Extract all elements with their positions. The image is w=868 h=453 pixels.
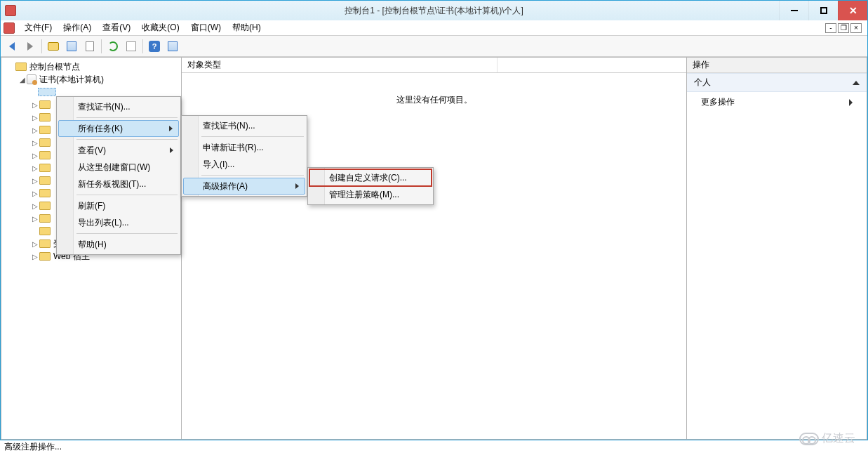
refresh-icon (108, 41, 118, 51)
ctx1-find-cert[interactable]: 查找证书(N)... (58, 98, 179, 115)
ctx1-help[interactable]: 帮助(H) (58, 236, 179, 253)
folder-icon (39, 189, 51, 197)
tree-certificates[interactable]: ◢证书(本地计算机) (3, 73, 180, 86)
menu-separator (201, 136, 304, 137)
ctx2-request-new[interactable]: 申请新证书(R)... (183, 139, 305, 156)
toolbar-separator (41, 39, 42, 53)
actions-header: 操作 (687, 58, 867, 73)
up-button[interactable] (45, 38, 62, 55)
tree-root[interactable]: 控制台根节点 (3, 60, 180, 73)
twisty-icon: ▷ (31, 126, 39, 134)
menu-help[interactable]: 帮助(H) (227, 20, 267, 35)
ctx1-new-taskpad[interactable]: 新任务板视图(T)... (58, 176, 179, 192)
twisty-icon: ▷ (31, 215, 39, 223)
folder-up-icon (48, 42, 59, 51)
menu-separator (76, 139, 178, 140)
minimize-button[interactable] (779, 1, 808, 20)
actions-section-label: 个人 (694, 77, 711, 88)
close-button[interactable]: ✕ (838, 1, 867, 20)
context-menu-1: 查找证书(N)... 所有任务(K) 查看(V) 从这里创建窗口(W) 新任务板… (56, 96, 181, 255)
twisty-icon: ▷ (31, 240, 39, 248)
ctx1-from-here[interactable]: 从这里创建窗口(W) (58, 159, 179, 176)
titlebar: 控制台1 - [控制台根节点\证书(本地计算机)\个人] ✕ (1, 1, 867, 20)
folder-icon (39, 138, 51, 147)
folder-icon (39, 214, 51, 223)
folder-icon (39, 176, 51, 185)
arrow-left-icon (9, 42, 15, 51)
collapse-icon (853, 81, 860, 85)
ctx1-all-tasks[interactable]: 所有任务(K) (58, 120, 179, 137)
submenu-arrow-icon (849, 99, 853, 106)
submenu-arrow-icon (170, 147, 173, 153)
export-icon (126, 41, 136, 51)
twisty-icon: ▷ (31, 177, 39, 185)
tree-label: 证书(本地计算机) (39, 74, 104, 86)
list-pane: 对象类型 这里没有任何项目。 (182, 57, 686, 440)
arrow-right-icon (27, 42, 33, 51)
mdi-restore-button[interactable]: ❐ (838, 23, 849, 33)
menu-separator (76, 117, 178, 118)
menu-action[interactable]: 操作(A) (58, 20, 97, 35)
ctx2-import[interactable]: 导入(I)... (183, 156, 305, 173)
twisty-icon: ▷ (31, 164, 39, 172)
list-header: 对象类型 (182, 58, 686, 73)
toolbar: ? (1, 36, 867, 57)
submenu-arrow-icon (295, 183, 299, 189)
mdi-minimize-button[interactable]: - (825, 23, 836, 33)
twisty-icon: ▷ (31, 202, 39, 210)
toolbar-separator (142, 39, 143, 53)
tree-label: 控制台根节点 (29, 61, 80, 73)
certificate-icon (27, 74, 36, 84)
twisty-icon: ▷ (31, 139, 39, 147)
menu-separator (76, 195, 178, 195)
menu-separator (201, 175, 304, 176)
context-menu-2: 查找证书(N)... 申请新证书(R)... 导入(I)... 高级操作(A) (181, 115, 307, 197)
menubar: 文件(F) 操作(A) 查看(V) 收藏夹(O) 窗口(W) 帮助(H) - ❐… (1, 20, 867, 36)
column-object-type[interactable]: 对象类型 (182, 58, 498, 72)
maximize-button[interactable] (808, 1, 838, 20)
twisty-icon: ◢ (18, 76, 27, 84)
context-menu-3: 创建自定义请求(C)... 管理注册策略(M)... (307, 167, 434, 205)
ctx3-create-custom-request[interactable]: 创建自定义请求(C)... (309, 169, 432, 186)
toolbar-separator (101, 39, 102, 53)
properties-icon (67, 41, 76, 51)
folder-icon (39, 100, 51, 109)
actions-more-actions[interactable]: 更多操作 (687, 92, 867, 112)
window-title: 控制台1 - [控制台根节点\证书(本地计算机)\个人] (1, 5, 867, 17)
twisty-icon: ▷ (31, 152, 39, 159)
copy-button[interactable] (81, 38, 98, 55)
twisty-icon: ▷ (31, 114, 39, 122)
menu-separator (76, 233, 178, 234)
menu-file[interactable]: 文件(F) (19, 20, 58, 35)
twisty-icon: ▷ (31, 101, 39, 109)
menu-favorites[interactable]: 收藏夹(O) (136, 20, 185, 35)
app-icon-small (4, 22, 15, 34)
show-hide-button[interactable] (164, 38, 181, 55)
help-button[interactable]: ? (146, 38, 163, 55)
folder-icon (39, 113, 51, 122)
twisty-icon: ▷ (31, 253, 39, 261)
folder-icon (39, 252, 51, 261)
show-hide-icon (168, 41, 178, 51)
ctx3-manage-enrollment[interactable]: 管理注册策略(M)... (309, 186, 432, 203)
actions-pane: 操作 个人 更多操作 (686, 57, 867, 440)
folder-icon (39, 151, 51, 159)
mdi-close-button[interactable]: × (850, 23, 862, 33)
ctx1-refresh[interactable]: 刷新(F) (58, 197, 179, 214)
actions-section-personal[interactable]: 个人 (687, 73, 867, 92)
refresh-button[interactable] (105, 38, 121, 55)
app-icon (5, 5, 16, 16)
menu-window[interactable]: 窗口(W) (185, 20, 227, 35)
back-button[interactable] (4, 38, 20, 55)
ctx2-find-cert[interactable]: 查找证书(N)... (183, 117, 305, 134)
ctx1-export-list[interactable]: 导出列表(L)... (58, 214, 179, 231)
export-button[interactable] (123, 38, 140, 55)
properties-button[interactable] (63, 38, 80, 55)
folder-icon (39, 126, 51, 134)
folder-icon (39, 239, 51, 248)
status-bar: 高级注册操作... (0, 440, 868, 453)
forward-button[interactable] (22, 38, 39, 55)
ctx2-advanced[interactable]: 高级操作(A) (183, 178, 305, 195)
ctx1-view[interactable]: 查看(V) (58, 142, 179, 159)
menu-view[interactable]: 查看(V) (97, 20, 136, 35)
